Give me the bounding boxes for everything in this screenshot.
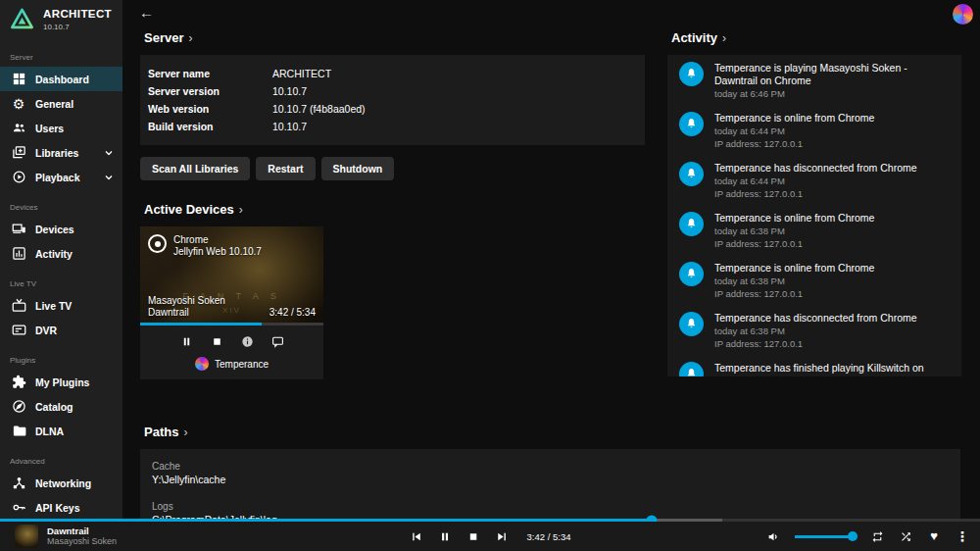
bell-icon	[679, 162, 704, 186]
heading-label: Server	[144, 30, 183, 45]
activity-time: today at 6:44 PM	[714, 125, 874, 137]
path-value: Y:\Jellyfin\cache	[152, 473, 949, 486]
dvr-icon	[11, 323, 26, 338]
sidebar-item-dlna[interactable]: DLNA	[0, 419, 122, 443]
activity-entry: Temperance is online from Chrometoday at…	[679, 112, 950, 150]
info-button[interactable]	[240, 334, 254, 348]
sidebar-item-playback[interactable]: Playback	[0, 165, 122, 189]
path-entry: Logs C:\ProgramData\Jellyfin\log	[152, 500, 949, 519]
info-value: 10.10.7 (f4b8aa0ed)	[272, 103, 366, 115]
users-icon	[11, 121, 26, 136]
volume-handle[interactable]	[848, 531, 858, 541]
sidebar-item-label: Playback	[35, 172, 80, 183]
favorite-heart-icon[interactable]: ♥	[927, 529, 941, 543]
jellyfin-logo-icon	[9, 6, 35, 32]
activity-column: Activity› Temperance is playing Masayosh…	[667, 30, 961, 376]
info-label: Web version	[148, 103, 272, 115]
activity-time: today at 6:46 PM	[714, 87, 950, 100]
main-content: ← Server› Server name ARCHITECT Server v…	[122, 0, 980, 519]
sidebar-item-label: DVR	[35, 325, 57, 336]
sidebar-item-dvr[interactable]: DVR	[0, 318, 122, 342]
scan-all-libraries-button[interactable]: Scan All Libraries	[140, 157, 250, 180]
activity-title: Temperance has disconnected from Chrome	[714, 312, 917, 325]
stop-button[interactable]	[210, 334, 223, 348]
device-progress-bar	[140, 323, 323, 326]
sidebar-item-livetv[interactable]: Live TV	[0, 293, 122, 318]
player-artist: Masayoshi Soken	[47, 536, 117, 547]
pause-button[interactable]	[179, 334, 193, 348]
active-device-card[interactable]: F A N T A S XIV Chrome Jellyfin Web 10.1…	[140, 226, 323, 379]
activity-ip: IP address: 127.0.0.1	[714, 337, 917, 350]
next-track-button[interactable]	[495, 529, 509, 543]
shuffle-button[interactable]	[899, 529, 912, 543]
sidebar-section-advanced: Advanced	[0, 443, 122, 471]
volume-slider[interactable]	[795, 535, 856, 538]
now-playing-artwork: F A N T A S XIV Chrome Jellyfin Web 10.1…	[140, 226, 323, 323]
now-playing-info[interactable]: Dawntrail Masayoshi Soken	[15, 522, 117, 551]
activity-entry: Temperance has disconnected from Chromet…	[679, 312, 950, 350]
server-info-card: Server name ARCHITECT Server version 10.…	[140, 55, 645, 145]
player-track-title: Dawntrail	[47, 526, 117, 536]
sidebar-item-apikeys[interactable]: API Keys	[0, 495, 122, 519]
device-progress-fill	[140, 323, 262, 326]
activity-title: Temperance is playing Masayoshi Soken - …	[714, 62, 950, 87]
activity-card: Temperance is playing Masayoshi Soken - …	[667, 55, 961, 376]
puzzle-icon	[11, 375, 26, 390]
heading-label: Paths	[144, 425, 178, 439]
activity-ip: IP address: 127.0.0.1	[714, 187, 917, 200]
back-arrow-button[interactable]: ←	[139, 4, 154, 21]
info-label: Server name	[148, 68, 272, 79]
activity-entry: Temperance has finished playing Killswit…	[679, 362, 950, 376]
shutdown-button[interactable]: Shutdown	[321, 157, 395, 180]
sidebar-item-catalog[interactable]: Catalog	[0, 394, 122, 419]
sidebar-item-label: DLNA	[35, 426, 64, 437]
sidebar-item-dashboard[interactable]: Dashboard	[0, 67, 122, 91]
network-icon	[11, 476, 26, 491]
library-icon	[11, 145, 26, 161]
album-art-thumbnail[interactable]	[15, 525, 38, 548]
sidebar-item-devices[interactable]: Devices	[0, 217, 122, 241]
restart-button[interactable]: Restart	[256, 157, 315, 180]
now-playing-artist: Masayoshi Soken	[148, 295, 225, 307]
device-user: Temperance	[140, 351, 323, 379]
volume-icon[interactable]	[766, 529, 780, 543]
previous-track-button[interactable]	[410, 529, 423, 543]
more-options-kebab-icon[interactable]: ⋮	[956, 529, 969, 543]
sidebar-item-networking[interactable]: Networking	[0, 471, 122, 495]
activity-ip: IP address: 127.0.0.1	[714, 237, 874, 250]
activity-ip: IP address: 127.0.0.1	[714, 287, 874, 300]
info-value: ARCHITECT	[272, 68, 331, 79]
message-button[interactable]	[270, 334, 284, 348]
activity-title: Temperance is online from Chrome	[714, 212, 874, 225]
section-heading-active-devices[interactable]: Active Devices›	[144, 202, 645, 217]
activity-time: today at 6:44 PM	[714, 175, 917, 187]
section-heading-activity[interactable]: Activity›	[671, 30, 961, 45]
sidebar-item-activity[interactable]: Activity	[0, 241, 122, 266]
device-controls	[140, 326, 323, 351]
info-row: Web version 10.10.7 (f4b8aa0ed)	[148, 100, 637, 118]
sidebar-item-label: Activity	[35, 248, 73, 260]
sidebar-section-server: Server	[0, 39, 122, 67]
sidebar-item-myplugins[interactable]: My Plugins	[0, 370, 122, 394]
info-label: Build version	[148, 121, 272, 132]
repeat-button[interactable]	[870, 529, 884, 543]
stop-button[interactable]	[466, 529, 480, 543]
sidebar-item-libraries[interactable]: Libraries	[0, 140, 122, 165]
activity-time: today at 6:38 PM	[714, 225, 874, 237]
chevron-down-icon	[105, 175, 113, 179]
server-actions: Scan All Libraries Restart Shutdown	[140, 157, 645, 180]
sidebar-item-general[interactable]: ⚙ General	[0, 91, 122, 116]
bell-icon	[679, 62, 704, 86]
activity-time: today at 6:38 PM	[714, 275, 874, 287]
section-heading-server[interactable]: Server›	[144, 30, 645, 45]
sidebar: ARCHITECT 10.10.7 Server Dashboard ⚙ Gen…	[0, 0, 122, 519]
sidebar-item-label: Users	[35, 123, 64, 134]
sidebar-item-users[interactable]: Users	[0, 116, 122, 140]
section-heading-paths[interactable]: Paths›	[144, 425, 645, 439]
user-avatar[interactable]	[953, 4, 973, 25]
pause-button[interactable]	[438, 529, 452, 543]
sidebar-item-label: Dashboard	[35, 74, 89, 85]
activity-entry: Temperance has disconnected from Chromet…	[679, 162, 950, 200]
bell-icon	[679, 312, 704, 336]
sidebar-item-label: Live TV	[35, 300, 72, 312]
